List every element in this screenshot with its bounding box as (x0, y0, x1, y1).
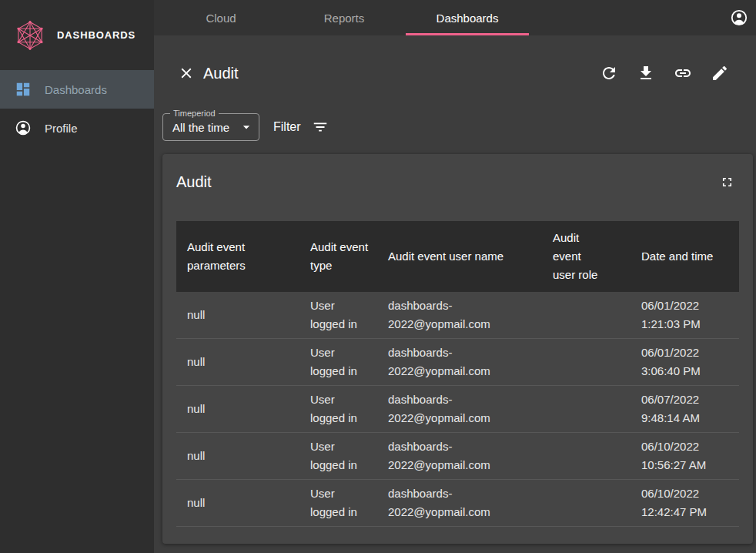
cell-type: User logged in (299, 339, 377, 385)
cell-type: User logged in (299, 292, 377, 338)
cell-type: User logged in (299, 386, 377, 432)
tab-reports[interactable]: Reports (283, 0, 406, 35)
chevron-down-icon (239, 119, 254, 135)
filter-icon (312, 119, 329, 136)
cell-userrole (542, 310, 631, 320)
table-row: null User logged in dashboards-2022@yopm… (176, 433, 739, 480)
view-header: Audit (178, 59, 729, 88)
filter-row: Timeperiod All the time Filter (162, 113, 329, 141)
page-title: Audit (203, 65, 239, 82)
cell-username: dashboards-2022@yopmail.com (377, 292, 542, 338)
brand-logo-icon (13, 18, 47, 52)
cell-username: dashboards-2022@yopmail.com (377, 386, 542, 432)
column-header-datetime: Date and time (631, 240, 739, 273)
sidebar-item-dashboards[interactable]: Dashboards (0, 70, 154, 109)
column-header-type: Audit event type (299, 230, 377, 283)
close-icon[interactable] (178, 65, 195, 82)
person-circle-icon (15, 119, 32, 136)
cell-userrole (542, 451, 631, 461)
timeperiod-value: All the time (172, 121, 239, 134)
cell-username: dashboards-2022@yopmail.com (377, 339, 542, 385)
top-navigation: Cloud Reports Dashboards (154, 0, 756, 35)
sidebar-item-profile[interactable]: Profile (0, 109, 154, 147)
filter-button[interactable]: Filter (273, 119, 329, 136)
cell-params: null (176, 301, 299, 329)
tab-label: Cloud (206, 12, 236, 25)
column-header-params: Audit event parameters (176, 230, 299, 283)
cell-datetime: 06/01/2022 1:21:03 PM (631, 292, 739, 338)
dashboard-grid-icon (15, 81, 32, 98)
column-header-username: Audit event user name (377, 240, 542, 273)
cell-params: null (176, 489, 299, 517)
edit-pencil-icon[interactable] (711, 64, 729, 82)
cell-type: User logged in (299, 480, 377, 526)
app-window: DASHBOARDS Dashboards (0, 0, 756, 553)
tab-cloud[interactable]: Cloud (159, 0, 283, 35)
tab-label: Dashboards (437, 12, 499, 25)
table-row: null User logged in dashboards-2022@yopm… (176, 386, 739, 433)
cell-username: dashboards-2022@yopmail.com (377, 480, 542, 526)
column-header-userrole: Audit event user role (542, 221, 631, 292)
link-icon[interactable] (674, 64, 692, 82)
cell-datetime: 06/07/2022 9:48:14 AM (631, 386, 739, 432)
filter-label: Filter (273, 120, 301, 134)
audit-table: Audit event parameters Audit event type … (176, 221, 739, 527)
audit-card: Audit Audit event parameters Audit event… (162, 154, 753, 544)
cell-datetime: 06/10/2022 10:56:27 AM (631, 433, 739, 479)
view-actions (600, 64, 729, 82)
cell-datetime: 06/10/2022 12:42:47 PM (631, 480, 739, 526)
cell-userrole (542, 357, 631, 367)
tab-dashboards[interactable]: Dashboards (406, 0, 529, 35)
cell-type: User logged in (299, 433, 377, 479)
table-header-row: Audit event parameters Audit event type … (176, 221, 739, 292)
sidebar-item-label: Dashboards (45, 83, 107, 96)
timeperiod-label: Timeperiod (170, 108, 219, 119)
tab-bar: Cloud Reports Dashboards (159, 0, 756, 35)
card-title: Audit (176, 171, 212, 193)
table-row: null User logged in dashboards-2022@yopm… (176, 480, 739, 527)
refresh-icon[interactable] (600, 64, 618, 82)
sidebar-item-label: Profile (45, 122, 78, 135)
table-row: null User logged in dashboards-2022@yopm… (176, 339, 739, 386)
card-header: Audit (162, 154, 753, 193)
cell-userrole (542, 498, 631, 508)
fullscreen-icon[interactable] (720, 175, 734, 189)
cell-username: dashboards-2022@yopmail.com (377, 433, 542, 479)
cell-userrole (542, 404, 631, 414)
cell-params: null (176, 395, 299, 423)
brand: DASHBOARDS (0, 0, 154, 70)
sidebar-nav: Dashboards Profile (0, 70, 154, 147)
tab-label: Reports (324, 12, 365, 25)
timeperiod-select[interactable]: Timeperiod All the time (162, 113, 259, 141)
table-row: null User logged in dashboards-2022@yopm… (176, 292, 739, 339)
brand-name: DASHBOARDS (57, 29, 135, 41)
cell-datetime: 06/01/2022 3:06:40 PM (631, 339, 739, 385)
cell-params: null (176, 442, 299, 470)
cell-params: null (176, 348, 299, 376)
sidebar: DASHBOARDS Dashboards (0, 0, 154, 553)
account-icon[interactable] (730, 8, 748, 27)
download-icon[interactable] (637, 64, 655, 82)
